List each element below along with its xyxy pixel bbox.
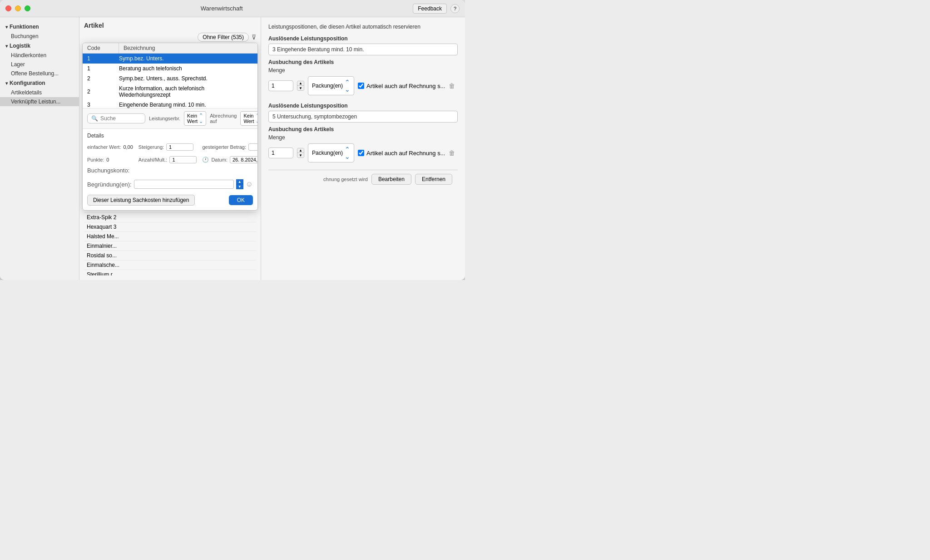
steigerung-label: Steigerung: [139, 144, 164, 150]
bottom-note: chnung gesetzt wird [323, 177, 368, 182]
table-row[interactable]: Rosidal so... [84, 251, 256, 260]
search-box[interactable]: 🔍 [87, 113, 145, 123]
gesteigerter-betrag-input[interactable] [248, 143, 258, 151]
cell-bezeichnung: Einmalsche... [84, 260, 137, 270]
delete-icon-1[interactable]: 🗑 [449, 82, 455, 89]
anzahl-mult-input[interactable] [169, 156, 197, 163]
leistungserbr-select[interactable]: Kein Wert ⌃⌄ [184, 111, 206, 126]
maximize-button[interactable] [25, 5, 30, 11]
artikel-checkbox-1[interactable] [358, 83, 364, 89]
table-row[interactable]: Sterillium r... [84, 270, 256, 276]
steigerung-input[interactable] [166, 143, 193, 151]
table-row[interactable]: Halsted Me... [84, 232, 256, 241]
dropdown-code: 1 [87, 65, 119, 72]
emoji-icon[interactable]: ☺ [246, 180, 253, 188]
dropdown-list[interactable]: 1Symp.bez. Unters.1Beratung auch telefon… [83, 54, 257, 108]
feedback-button[interactable]: Feedback [413, 4, 447, 14]
sidebar-item-verknupfte-leistungen[interactable]: Verknüpfte Leistun... [0, 97, 79, 106]
anzahl-mult-item: Anzahl/Mult.: [139, 155, 197, 164]
sidebar-item-lager[interactable]: Lager [0, 60, 79, 69]
begrundung-input[interactable] [134, 180, 234, 189]
window-controls [5, 5, 30, 11]
main-window: Warenwirtschaft Feedback ? ▾ Funktionen … [0, 0, 465, 280]
dropdown-overlay: Code Bezeichnung 1Symp.bez. Unters.1Bera… [82, 43, 258, 211]
sachkosten-button[interactable]: Dieser Leistung Sachkosten hinzufügen [87, 195, 195, 206]
sidebar-section-funktionen: ▾ Funktionen [0, 22, 79, 32]
auslosende-label-1: Auslösende Leistungsposition [268, 35, 458, 42]
ok-button[interactable]: OK [229, 195, 253, 205]
dropdown-desc: Beratung auch telefonisch [119, 65, 253, 72]
cell-ersetzung [171, 241, 201, 251]
sidebar-item-haendlerkonten[interactable]: Händlerkonten [0, 51, 79, 60]
right-panel: Leistungspositionen, die diesen Artikel … [261, 17, 465, 280]
cell-kennung [137, 232, 171, 241]
sidebar-item-buchungen[interactable]: Buchungen [0, 32, 79, 41]
bottom-action-row: Dieser Leistung Sachkosten hinzufügen OK [83, 191, 257, 210]
begrundung-stepper[interactable]: ▲ ▼ [236, 179, 243, 189]
table-row[interactable]: Extra-Spik 2 [84, 213, 256, 222]
close-button[interactable] [5, 5, 11, 11]
menge-input-2[interactable] [268, 147, 293, 158]
artikel-checkbox-row-2: Artikel auch auf Rechnung s... [358, 150, 445, 157]
leistungsposition-section-1: Auslösende Leistungsposition 3 Eingehend… [268, 35, 458, 95]
table-row[interactable]: Einmalsche... [84, 260, 256, 270]
delete-icon-2[interactable]: 🗑 [449, 149, 455, 157]
gesteigerter-betrag-item: gesteigerter Betrag: Betrag fixiert [202, 142, 258, 152]
packungen-select-1[interactable]: Packung(en) ⌃⌄ [308, 76, 354, 95]
cell-bezeichnung: Extra-Spik 2 [84, 213, 137, 222]
minimize-button[interactable] [15, 5, 21, 11]
begrundung-stepper-down[interactable]: ▼ [236, 184, 243, 189]
table-row[interactable]: Einmalnier... [84, 241, 256, 251]
content-area: ▾ Funktionen Buchungen ▾ Logistik Händle… [0, 17, 465, 280]
begrundung-row: Begründung(en): ▲ ▼ ☺ [83, 177, 257, 191]
cell-kennung [137, 260, 171, 270]
cell-ersetzung [171, 251, 201, 260]
einfacher-wert-label: einfacher Wert: [87, 144, 121, 150]
sidebar-item-offene-bestellung[interactable]: Offene Bestellung... [0, 69, 79, 78]
articles-title: Artikel [84, 22, 256, 29]
menge-stepper-up-1[interactable]: ▲ [297, 81, 304, 86]
help-button[interactable]: ? [450, 4, 460, 13]
begrundung-stepper-up[interactable]: ▲ [236, 179, 243, 184]
cell-ausloser [201, 270, 236, 276]
menge-stepper-1[interactable]: ▲ ▼ [297, 81, 304, 91]
menge-stepper-down-2[interactable]: ▼ [297, 153, 304, 157]
buchungskonto-label: Buchungskonto: [87, 167, 129, 174]
abrechnung-select[interactable]: Kein Wert ⌃⌄ [240, 111, 258, 126]
gesteigerter-betrag-label: gesteigerter Betrag: [202, 144, 246, 150]
sidebar-item-artikeldetails[interactable]: Artikeldetails [0, 88, 79, 97]
einfacher-wert-item: einfacher Wert: 0,00 [87, 142, 133, 152]
dropdown-item[interactable]: 1Beratung auch telefonisch [83, 64, 257, 74]
main-content: Artikel Ohne Filter (535) ⊽ Bezeichnung [79, 17, 465, 280]
filter-button[interactable]: Ohne Filter (535) [198, 33, 249, 42]
dropdown-col-code: Code [83, 43, 119, 53]
bearbeiten-button[interactable]: Bearbeiten [371, 174, 411, 185]
menge-input-1[interactable] [268, 80, 293, 91]
menge-label-1: Menge [268, 67, 458, 74]
dropdown-item[interactable]: 2Symp.bez. Unters., auss. Sprechstd. [83, 74, 257, 84]
artikel-checkbox-row-1: Artikel auch auf Rechnung s... [358, 83, 445, 89]
menge-stepper-down-1[interactable]: ▼ [297, 86, 304, 90]
menge-label-2: Menge [268, 134, 458, 141]
dropdown-item[interactable]: 2Kurze Information, auch telefonisch Wie… [83, 84, 257, 100]
menge-stepper-2[interactable]: ▲ ▼ [297, 148, 304, 158]
cell-typen [236, 213, 256, 222]
dropdown-item[interactable]: 3Eingehende Beratung mind. 10 min. [83, 100, 257, 108]
cell-bezeichnung: Halsted Me... [84, 232, 137, 241]
chevron-icon: ⌃⌄ [345, 146, 350, 160]
titlebar: Warenwirtschaft Feedback ? [0, 0, 465, 17]
cell-bezeichnung: Sterillium r... [84, 270, 137, 276]
artikel-checkbox-2[interactable] [358, 150, 364, 156]
menge-stepper-up-2[interactable]: ▲ [297, 148, 304, 153]
clock-icon: 🕐 [202, 157, 209, 163]
table-row[interactable]: Hexaquart 3 [84, 222, 256, 232]
chevron-down-icon: ▾ [5, 25, 8, 29]
dropdown-item[interactable]: 1Symp.bez. Unters. [83, 54, 257, 64]
filter-icon[interactable]: ⊽ [252, 34, 256, 41]
packungen-select-2[interactable]: Packung(en) ⌃⌄ [308, 143, 354, 162]
cell-ausloser [201, 232, 236, 241]
sidebar-section-logistik: ▾ Logistik [0, 41, 79, 51]
entfernen-button[interactable]: Entfernen [415, 174, 452, 185]
search-input[interactable] [100, 115, 141, 122]
datum-input[interactable] [230, 156, 258, 163]
